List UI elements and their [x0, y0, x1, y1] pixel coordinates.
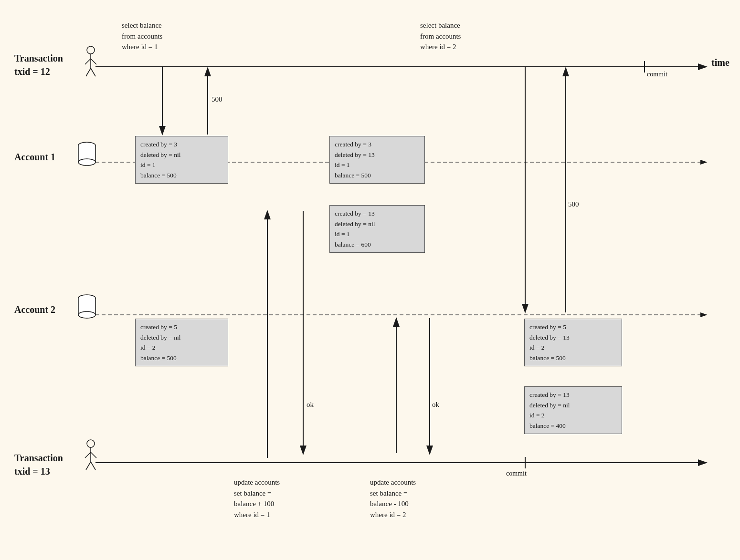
- tx13-commit: commit: [506, 470, 527, 477]
- record-acc1-v2-new: created by = 13 deleted by = nil id = 1 …: [329, 205, 425, 253]
- acc1-v2-new-deleted-by: deleted by = nil: [335, 219, 420, 229]
- acc2-v2-new-balance: balance = 400: [529, 421, 617, 431]
- acc2-v2-new-created-by: created by = 13: [529, 390, 617, 400]
- acc2-v1-created-by: created by = 5: [140, 322, 223, 332]
- tx12-query1: select balance from accounts where id = …: [122, 20, 162, 52]
- value-500-top: 500: [211, 95, 222, 104]
- acc2-v2-old-created-by: created by = 5: [529, 322, 617, 332]
- svg-line-34: [85, 452, 91, 458]
- tx13-label: Transaction txid = 13: [14, 451, 63, 478]
- acc2-v1-balance: balance = 500: [140, 353, 223, 363]
- ok2-label: ok: [432, 401, 439, 409]
- svg-point-16: [87, 46, 95, 54]
- svg-point-26: [78, 159, 95, 166]
- tx13-update2: update accounts set balance = balance - …: [370, 477, 416, 520]
- tx13-line2: txid = 13: [14, 466, 50, 477]
- record-acc2-v2-old: created by = 5 deleted by = 13 id = 2 ba…: [524, 319, 622, 366]
- acc2-v2-old-deleted-by: deleted by = 13: [529, 332, 617, 343]
- time-label: time: [711, 57, 729, 68]
- stick-figure-tx12: [81, 45, 100, 79]
- record-acc2-v1: created by = 5 deleted by = nil id = 2 b…: [135, 319, 228, 366]
- svg-point-32: [87, 440, 95, 447]
- tx13-line1: Transaction: [14, 453, 63, 463]
- acc1-v1-balance: balance = 500: [140, 170, 223, 181]
- stick-figure-tx13: [81, 439, 100, 472]
- account1-label: Account 1: [14, 152, 55, 163]
- tx12-query2: select balance from accounts where id = …: [420, 20, 461, 52]
- acc1-v2-new-balance: balance = 600: [335, 239, 420, 250]
- cylinder-account1: [76, 141, 98, 167]
- svg-line-37: [91, 462, 95, 470]
- tx12-label: Transaction txid = 12: [14, 52, 63, 78]
- tx13-update1: update accounts set balance = balance + …: [234, 477, 280, 520]
- diagram: time Transaction txid = 12 select balanc…: [0, 0, 740, 560]
- acc1-v2-new-created-by: created by = 13: [335, 208, 420, 219]
- tx12-commit: commit: [647, 71, 667, 78]
- acc1-v1-deleted-by: deleted by = nil: [140, 150, 223, 160]
- record-acc2-v2-new: created by = 13 deleted by = nil id = 2 …: [524, 386, 622, 434]
- svg-line-21: [91, 68, 95, 76]
- acc2-v1-id: id = 2: [140, 342, 223, 353]
- cylinder-account2: [76, 293, 98, 320]
- acc1-v2-old-deleted-by: deleted by = 13: [335, 150, 420, 160]
- acc1-v2-new-id: id = 1: [335, 229, 420, 239]
- record-acc1-v2-old: created by = 3 deleted by = 13 id = 1 ba…: [329, 136, 425, 184]
- tx12-line2: txid = 12: [14, 66, 50, 77]
- acc1-v1-id: id = 1: [140, 160, 223, 170]
- value-500-right: 500: [568, 200, 579, 208]
- acc1-v2-old-balance: balance = 500: [335, 170, 420, 181]
- record-acc1-v1: created by = 3 deleted by = nil id = 1 b…: [135, 136, 228, 184]
- svg-line-20: [86, 68, 91, 76]
- acc2-v2-old-balance: balance = 500: [529, 353, 617, 363]
- acc2-v2-old-id: id = 2: [529, 342, 617, 353]
- svg-point-31: [78, 311, 95, 318]
- svg-line-35: [91, 452, 96, 458]
- svg-line-36: [86, 462, 91, 470]
- acc2-v2-new-id: id = 2: [529, 410, 617, 421]
- account2-label: Account 2: [14, 304, 55, 315]
- svg-line-19: [91, 59, 96, 64]
- acc1-v1-created-by: created by = 3: [140, 139, 223, 150]
- ok1-label: ok: [307, 401, 314, 409]
- acc2-v2-new-deleted-by: deleted by = nil: [529, 400, 617, 411]
- arrows-svg: [0, 0, 740, 560]
- svg-line-18: [85, 59, 91, 64]
- acc1-v2-old-id: id = 1: [335, 160, 420, 170]
- acc1-v2-old-created-by: created by = 3: [335, 139, 420, 150]
- acc2-v1-deleted-by: deleted by = nil: [140, 332, 223, 343]
- tx12-line1: Transaction: [14, 53, 63, 63]
